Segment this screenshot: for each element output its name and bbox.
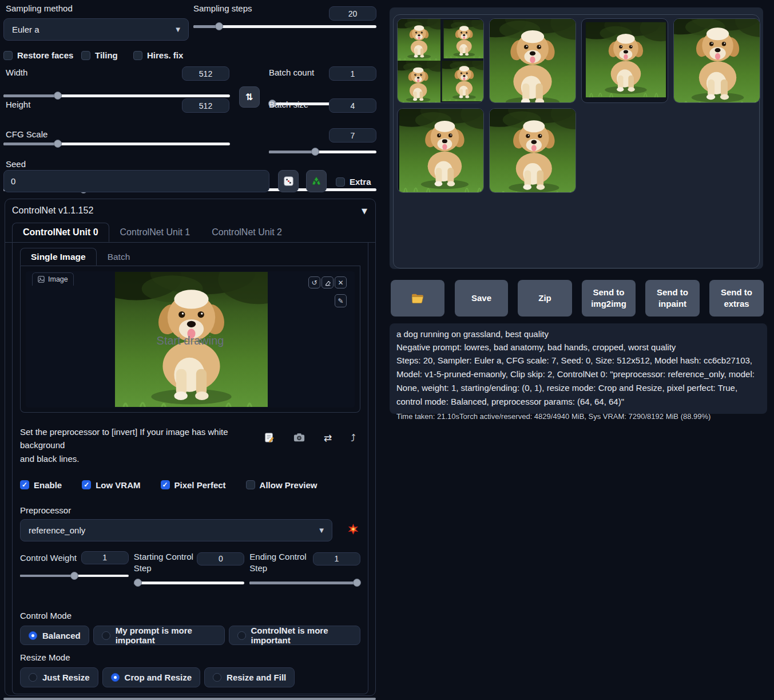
open-new-canvas-button[interactable] <box>264 432 275 465</box>
width-input[interactable] <box>182 66 229 81</box>
explosion-icon <box>348 524 359 535</box>
radio-resize-and-fill[interactable]: Resize and Fill <box>204 667 295 687</box>
zip-button[interactable]: Zip <box>518 280 572 317</box>
radio-icon[interactable] <box>213 673 221 682</box>
tab-controlnet-unit-2[interactable]: ControlNet Unit 2 <box>201 223 293 242</box>
radio-selected-icon[interactable] <box>111 673 120 682</box>
swap-dimensions-button[interactable]: ⇅ <box>239 86 260 108</box>
webcam-button[interactable] <box>293 432 305 465</box>
undo-button[interactable]: ↺ <box>308 276 320 288</box>
ending-step-slider[interactable] <box>249 579 360 587</box>
tab-batch[interactable]: Batch <box>97 248 141 266</box>
slider-handle[interactable] <box>215 22 223 30</box>
controlnet-options-row: Enable Low VRAM Pixel Perfect Allow Prev… <box>20 480 360 490</box>
gallery-thumb[interactable] <box>673 18 760 103</box>
erase-button[interactable] <box>321 276 334 288</box>
send-to-img2img-button[interactable]: Send to img2img <box>582 280 636 317</box>
gallery-thumb[interactable] <box>489 18 576 103</box>
checkbox-checked-icon[interactable] <box>20 480 29 489</box>
negative-prompt-text: Negative prompt: lowres, bad anatomy, ba… <box>396 341 760 354</box>
gallery-thumb[interactable] <box>581 18 668 103</box>
batch-size-input[interactable] <box>329 98 376 113</box>
batch-size-slider[interactable] <box>269 148 376 156</box>
cfg-scale-input[interactable] <box>329 128 376 143</box>
sampling-method-dropdown[interactable]: Euler a ▼ <box>3 18 189 41</box>
radio-prompt-important[interactable]: My prompt is more important <box>93 626 225 645</box>
seed-input[interactable] <box>3 170 269 192</box>
tab-single-image[interactable]: Single Image <box>20 248 97 266</box>
save-button[interactable]: Save <box>455 280 508 317</box>
height-slider[interactable] <box>3 140 230 148</box>
radio-icon[interactable] <box>29 673 37 682</box>
memo-icon <box>264 432 275 443</box>
mirror-webcam-button[interactable]: ⇄ <box>324 432 332 465</box>
next-section-slider-track[interactable] <box>3 698 376 700</box>
run-preprocessor-button[interactable] <box>348 524 359 536</box>
radio-icon[interactable] <box>237 631 246 640</box>
slider-track[interactable] <box>134 582 245 584</box>
checkbox-icon[interactable] <box>336 177 345 187</box>
radio-just-resize[interactable]: Just Resize <box>20 667 98 687</box>
tab-controlnet-unit-1[interactable]: ControlNet Unit 1 <box>109 223 201 242</box>
slider-handle[interactable] <box>54 92 62 100</box>
send-to-inpaint-button[interactable]: Send to inpaint <box>645 280 700 317</box>
random-seed-button[interactable] <box>278 170 299 192</box>
batch-count-input[interactable] <box>329 66 376 81</box>
gallery-thumb[interactable] <box>397 108 484 193</box>
sampling-steps-input[interactable] <box>329 6 376 21</box>
send-dims-button[interactable]: ⤴ <box>351 432 356 465</box>
edit-brush-button[interactable]: ✎ <box>335 294 347 307</box>
slider-handle[interactable] <box>353 579 361 587</box>
hires-fix-checkbox[interactable]: Hires. fix <box>133 50 183 60</box>
eraser-icon <box>324 279 331 286</box>
checkbox-icon[interactable] <box>246 480 255 489</box>
txt2img-page: Sampling method Euler a ▼ Sampling steps… <box>0 0 774 700</box>
control-weight-slider[interactable] <box>20 572 129 580</box>
open-folder-button[interactable] <box>391 280 444 317</box>
radio-crop-and-resize[interactable]: Crop and Resize <box>102 667 201 687</box>
checkbox-icon[interactable] <box>3 51 13 60</box>
allow-preview-checkbox[interactable]: Allow Preview <box>246 480 317 490</box>
ending-step-input[interactable] <box>313 552 360 565</box>
starting-step-input[interactable] <box>197 552 244 565</box>
gallery-thumb[interactable] <box>489 108 576 193</box>
radio-balanced[interactable]: Balanced <box>20 626 89 645</box>
checkbox-checked-icon[interactable] <box>82 480 91 489</box>
low-vram-checkbox[interactable]: Low VRAM <box>82 480 140 490</box>
slider-fill <box>269 151 315 153</box>
controlnet-accordion-header[interactable]: ControlNet v1.1.152 ▼ <box>5 199 375 219</box>
undo-icon: ↺ <box>311 279 317 287</box>
radio-controlnet-important[interactable]: ControlNet is more important <box>229 626 361 645</box>
swap-vertical-icon: ⇅ <box>245 92 253 102</box>
radio-selected-icon[interactable] <box>29 631 37 640</box>
slider-handle[interactable] <box>134 579 142 587</box>
extra-seed-checkbox[interactable]: Extra <box>336 177 371 187</box>
reuse-seed-button[interactable] <box>306 170 327 192</box>
starting-step-label: Starting Control Step <box>134 551 194 575</box>
gallery-thumb[interactable] <box>397 18 484 103</box>
restore-faces-checkbox[interactable]: Restore faces <box>3 50 73 60</box>
height-input[interactable] <box>182 98 229 113</box>
slider-handle[interactable] <box>311 148 319 156</box>
checkbox-icon[interactable] <box>81 51 90 60</box>
pencil-icon: ✎ <box>338 297 343 305</box>
slider-handle[interactable] <box>70 572 78 580</box>
tab-controlnet-unit-0[interactable]: ControlNet Unit 0 <box>12 223 109 242</box>
image-tab-label[interactable]: Image <box>32 272 74 286</box>
sampling-steps-slider[interactable] <box>193 22 376 30</box>
clear-image-button[interactable]: ✕ <box>335 276 347 288</box>
radio-icon[interactable] <box>102 631 110 640</box>
pixel-perfect-checkbox[interactable]: Pixel Perfect <box>161 480 226 490</box>
preprocessor-dropdown[interactable]: reference_only ▼ <box>20 519 332 541</box>
tiling-checkbox[interactable]: Tiling <box>81 50 118 60</box>
checkbox-checked-icon[interactable] <box>161 480 170 489</box>
send-to-extras-button[interactable]: Send to extras <box>709 280 764 317</box>
width-label: Width <box>6 68 27 77</box>
control-weight-input[interactable] <box>81 551 129 564</box>
image-canvas[interactable]: Image Start drawing ↺ <box>26 271 355 408</box>
checkbox-icon[interactable] <box>133 51 142 60</box>
slider-handle[interactable] <box>54 140 62 148</box>
starting-step-slider[interactable] <box>134 579 245 587</box>
gallery-grid <box>397 18 756 193</box>
enable-checkbox[interactable]: Enable <box>20 480 62 490</box>
